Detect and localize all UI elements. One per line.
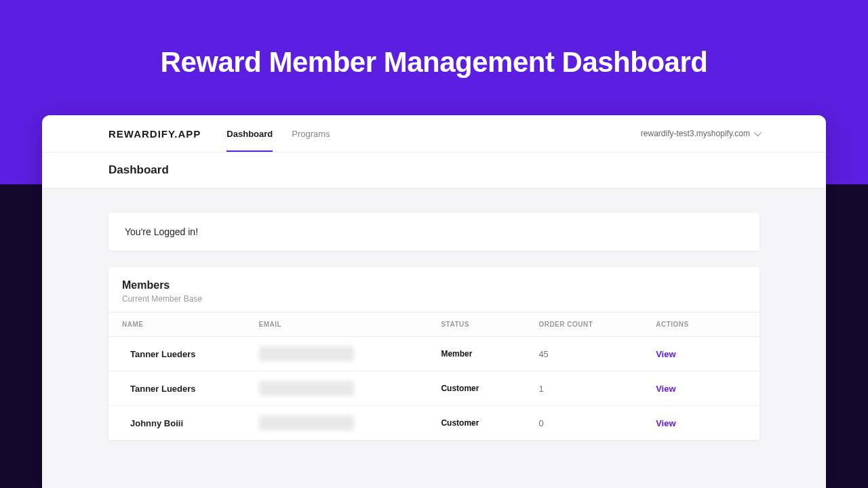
view-button[interactable]: View (656, 349, 675, 359)
hero-title: Reward Member Management Dashboard (0, 0, 868, 79)
members-subtitle: Current Member Base (122, 294, 746, 304)
col-name: NAME (108, 312, 245, 337)
member-name: Tanner Lueders (108, 371, 245, 406)
chevron-down-icon (754, 129, 762, 136)
member-status: Customer (427, 371, 525, 406)
tab-dashboard[interactable]: Dashboard (226, 115, 273, 152)
member-order-count: 45 (525, 337, 642, 371)
page-title: Dashboard (108, 163, 760, 177)
nav-tabs: Dashboard Programs (226, 115, 330, 152)
member-email (245, 371, 428, 406)
view-button[interactable]: View (656, 384, 675, 394)
view-button[interactable]: View (656, 418, 675, 428)
col-order-count: ORDER COUNT (525, 312, 642, 337)
brand-logo: REWARDIFY.APP (108, 128, 201, 140)
col-status: STATUS (427, 312, 525, 337)
member-email (245, 337, 428, 371)
member-order-count: 0 (525, 406, 642, 441)
member-order-count: 1 (525, 371, 642, 406)
col-email: EMAIL (245, 312, 428, 337)
redacted-email (259, 381, 354, 396)
member-name: Tanner Lueders (108, 337, 245, 371)
member-status: Customer (427, 406, 525, 441)
tab-programs[interactable]: Programs (292, 115, 330, 152)
topbar: REWARDIFY.APP Dashboard Programs rewardi… (42, 115, 826, 152)
col-actions: ACTIONS (642, 312, 760, 337)
page-title-bar: Dashboard (42, 152, 826, 188)
members-card: Members Current Member Base NAME EMAIL S… (108, 267, 760, 440)
members-table: NAME EMAIL STATUS ORDER COUNT ACTIONS Ta… (108, 312, 760, 440)
app-window: REWARDIFY.APP Dashboard Programs rewardi… (42, 115, 826, 488)
redacted-email (259, 346, 354, 361)
table-row: Tanner Lueders Customer 1 View (108, 371, 760, 406)
table-row: Johnny Boiii Customer 0 View (108, 406, 760, 441)
redacted-email (259, 415, 354, 430)
notice-card: You're Logged in! (108, 213, 760, 251)
members-title: Members (122, 279, 746, 291)
shop-selector[interactable]: rewardify-test3.myshopify.com (641, 129, 760, 138)
member-email (245, 406, 428, 441)
shop-label: rewardify-test3.myshopify.com (641, 129, 750, 138)
member-status: Member (427, 337, 525, 371)
table-row: Tanner Lueders Member 45 View (108, 337, 760, 371)
member-name: Johnny Boiii (108, 406, 245, 441)
